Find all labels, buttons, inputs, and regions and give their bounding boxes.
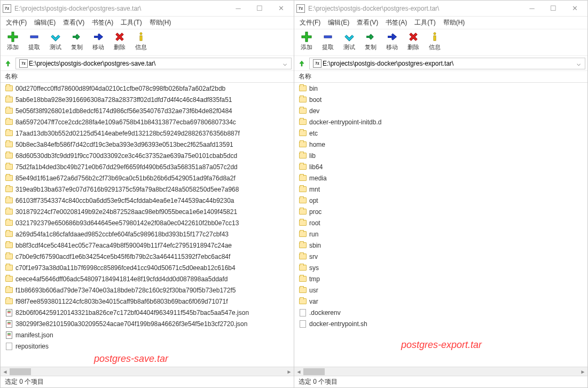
list-item[interactable]: srv [294,251,587,262]
menu-item-1[interactable]: 编辑(E) [31,17,59,28]
list-item[interactable]: lib64 [294,161,587,172]
list-item[interactable]: 0321792379e650686b93d644645ee57980142e2f… [1,217,294,228]
list-item[interactable]: 66103ff73543374c840ccb0a6dd53e9cf54cfdda… [1,195,294,206]
list-item[interactable]: dev [294,105,587,116]
scroll-track[interactable] [10,367,285,376]
close-button[interactable]: ✕ [564,1,585,16]
list-item[interactable]: a269d54fa1c86cfafdaaed9852ccbfe604fa5c98… [1,228,294,240]
maximize-button[interactable]: ☐ [249,1,270,16]
dropdown-icon[interactable]: ⌵ [280,60,289,67]
scroll-left-icon[interactable]: ◄ [294,367,303,376]
window-right: 7z E:\projects\postgis-docker\postgres-e… [294,0,588,388]
list-item[interactable]: 301879224cf7e00208149b92e24b872528aac98e… [1,206,294,217]
list-item[interactable]: mnt [294,184,587,195]
list-item[interactable]: sys [294,262,587,273]
maximize-button[interactable]: ☐ [543,1,564,16]
list-item[interactable]: 5e056f38f926801e1db8edcf6174d986cf56e354… [1,105,294,116]
menu-item-3[interactable]: 书签(A) [382,17,410,28]
file-list[interactable]: 00d270ffecc0ffd78600d89f04da0210c1cfbe07… [1,83,294,367]
scroll-thumb[interactable] [10,368,31,375]
scrollbar-horizontal[interactable]: ◄ ► [294,367,587,376]
menu-item-0[interactable]: 文件(F) [3,17,30,28]
list-item[interactable]: 319ea9b13ba637e9c07d7616b9291375c59fa79a… [1,184,294,195]
list-item[interactable]: bb8f3cdf4ce5c4841ec05c77eaca49b8f590049b… [1,240,294,251]
list-item[interactable]: media [294,172,587,184]
list-item[interactable]: run [294,228,587,240]
copy-button[interactable]: 复制 [363,31,379,51]
list-item[interactable]: proc [294,206,587,217]
menu-item-2[interactable]: 查看(V) [60,17,88,28]
menu-item-2[interactable]: 查看(V) [354,17,381,28]
list-item[interactable]: docker-entrypoint.sh [294,318,587,329]
copy-button[interactable]: 复制 [69,31,85,51]
menu-item-4[interactable]: 工具(T) [117,17,145,28]
address-box[interactable]: 7z E:\projects\postgis-docker\postgres-e… [309,58,585,69]
list-item[interactable]: 50b8ec3a84efb586f7d42cdf19c3eba393e3d963… [1,139,294,150]
list-item[interactable]: root [294,217,587,228]
delete-button[interactable]: 删除 [112,31,128,51]
scrollbar-horizontal[interactable]: ◄ ► [1,367,294,376]
list-item[interactable]: c70f1e973a38d0a11b7f6998cc85896fced41cc9… [1,262,294,273]
minimize-button[interactable]: ─ [521,1,543,16]
list-item[interactable]: .dockerenv [294,307,587,318]
list-item[interactable]: 17aad13db30b552d02125d5414eabefe9d132128… [1,128,294,139]
list-item[interactable]: f1b86693b606ad79de73e740e03a18bdeb728c16… [1,284,294,296]
file-list[interactable]: binbootdevdocker-entrypoint-initdb.detch… [294,83,587,367]
list-item[interactable]: 68d60530db3fc9dd91f9cc700d33092ce3c46c37… [1,150,294,161]
list-item[interactable]: sbin [294,240,587,251]
menu-item-0[interactable]: 文件(F) [296,17,324,28]
column-header[interactable]: 名称 [294,71,587,83]
move-button[interactable]: 移动 [90,31,106,51]
scroll-track[interactable] [303,367,578,376]
info-button[interactable]: 信息 [427,31,443,51]
list-item[interactable]: etc [294,128,587,139]
scroll-thumb[interactable] [303,368,325,375]
list-item[interactable]: manifest.json [1,329,294,341]
extract-button[interactable]: 提取 [320,31,336,51]
minimize-button[interactable]: ─ [228,1,249,16]
up-button[interactable] [296,58,307,69]
list-item[interactable]: 75d2fa1b4ded3bc49b271e0b67dd29ef6659fd49… [1,161,294,172]
list-item[interactable]: boot [294,94,587,105]
up-button[interactable] [3,58,13,69]
list-item[interactable]: tmp [294,273,587,284]
list-item[interactable]: 85e49d1f61ae672a6d756b2c2f73b69ca0c51b6b… [1,172,294,184]
list-item[interactable]: ceece4af5646dff06adc548097184941814e8f19… [1,273,294,284]
test-button[interactable]: 测试 [48,31,64,51]
column-header[interactable]: 名称 [1,71,294,83]
list-item[interactable]: docker-entrypoint-initdb.d [294,116,587,128]
list-item[interactable]: opt [294,195,587,206]
menu-item-4[interactable]: 工具(T) [411,17,438,28]
add-button[interactable]: 添加 [5,31,21,51]
list-item[interactable]: repositories [1,341,294,352]
scroll-left-icon[interactable]: ◄ [1,367,10,376]
extract-button[interactable]: 提取 [26,31,42,51]
menu-item-1[interactable]: 编辑(E) [325,17,352,28]
close-button[interactable]: ✕ [270,1,292,16]
list-item[interactable]: 380299f3e82101590a302095524acae704f199b9… [1,318,294,329]
menu-item-3[interactable]: 书签(A) [89,17,116,28]
info-button[interactable]: 信息 [133,31,149,51]
list-item[interactable]: usr [294,284,587,296]
delete-button[interactable]: 删除 [405,31,421,51]
menu-item-5[interactable]: 帮助(H) [440,17,468,28]
list-item[interactable]: bin [294,83,587,94]
dropdown-icon[interactable]: ⌵ [574,60,583,67]
list-item[interactable]: 82b06f064259120143321ba826ce7c172bf04404… [1,307,294,318]
list-item[interactable]: f98f7ee85938011224cfc803b3e4015caff9b8af… [1,296,294,307]
move-button[interactable]: 移动 [384,31,400,51]
menu-item-5[interactable]: 帮助(H) [146,17,175,28]
list-item[interactable]: 5ab6e18bba928e3916696308a728a28373ff02d1… [1,94,294,105]
address-box[interactable]: 7z E:\projects\postgis-docker\postgres-s… [15,58,292,69]
list-item[interactable]: c7b0e9cf67590acdf1e6b34254ce5b45f6fb79b2… [1,251,294,262]
list-item[interactable]: 8a65972047ff7cce2cdc288fa4e109a6758b41b8… [1,116,294,128]
test-button[interactable]: 测试 [341,31,357,51]
list-item[interactable]: 00d270ffecc0ffd78600d89f04da0210c1cfbe07… [1,83,294,94]
list-item[interactable]: lib [294,150,587,161]
list-item[interactable]: home [294,139,587,150]
scroll-right-icon[interactable]: ► [578,367,587,376]
list-item[interactable]: var [294,296,587,307]
folder-icon [5,141,13,147]
scroll-right-icon[interactable]: ► [285,367,294,376]
add-button[interactable]: 添加 [299,31,315,51]
